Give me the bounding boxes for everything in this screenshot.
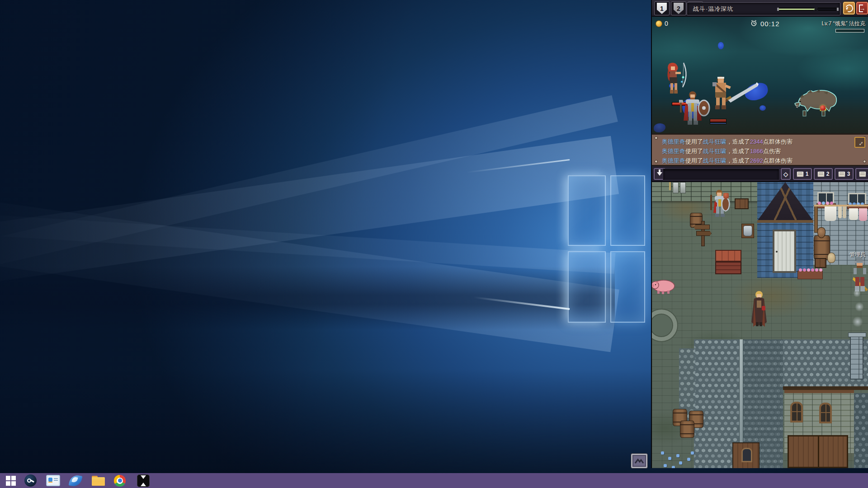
- house-beam: [784, 390, 854, 393]
- far-right-roof: [854, 393, 868, 468]
- sack: [827, 253, 835, 263]
- barbarian-hero-sprite[interactable]: [701, 75, 760, 120]
- taskbar-petal-app-icon[interactable]: [66, 474, 85, 487]
- enemy-name-label: Lv.7 “饿鬼” 法拉克: [822, 20, 865, 28]
- hanging-cloth: [859, 208, 867, 221]
- blue-flower: [687, 458, 690, 461]
- window-pane-bottom-left: [568, 251, 606, 323]
- taskbar-steam-icon[interactable]: [21, 474, 39, 487]
- chimney-cap: [848, 333, 866, 337]
- roof-ridge: [739, 339, 743, 448]
- zone-select[interactable]: 战斗·温冷深坑: [687, 2, 840, 15]
- shield-slot2-button[interactable]: 2: [671, 1, 686, 15]
- taskbar-hourglass-app-icon[interactable]: [134, 474, 152, 487]
- taskbar-chrome-icon[interactable]: [111, 474, 129, 487]
- bench: [735, 198, 749, 209]
- battle-scene[interactable]: 0 00:12 Lv.7 “饿鬼” 法拉克: [652, 17, 868, 133]
- window-pane-top-right: [610, 175, 645, 246]
- steam-icon: [24, 474, 37, 487]
- gold-coin-icon: [656, 20, 662, 27]
- paint-splatter: [718, 42, 724, 49]
- team-slot-4-button[interactable]: 4: [855, 168, 868, 180]
- chrome-icon: [114, 475, 126, 487]
- smoke-puff: [854, 289, 860, 298]
- windows-logo-icon: [6, 476, 16, 486]
- start-button[interactable]: [2, 474, 20, 487]
- down-arrow-icon: [657, 172, 662, 178]
- flower-planter: [797, 271, 823, 279]
- red-pot: [723, 193, 729, 199]
- gold-count: 0: [665, 20, 668, 27]
- enemy-health-bar: [835, 29, 864, 33]
- combat-log: ↔ 奥德里奇使用了战斗狂啸，造成了2344点群体伤害 奥德里奇使用了战斗狂啸，造…: [652, 133, 868, 166]
- speed-slider[interactable]: [778, 8, 838, 11]
- player-character-sprite[interactable]: [750, 291, 768, 327]
- taskbar-file-explorer-icon[interactable]: [89, 474, 107, 487]
- gable-beam: [757, 220, 813, 223]
- mountain-chevron-icon: [634, 458, 644, 464]
- hanging-sack: [838, 206, 842, 218]
- refresh-button[interactable]: [843, 2, 855, 14]
- paint-splatter: [760, 105, 766, 111]
- scroll-icon: [859, 171, 866, 177]
- arched-window: [790, 402, 803, 422]
- stone-circle: [652, 310, 677, 341]
- scroll-icon: [817, 171, 825, 177]
- loot-potion[interactable]: [820, 105, 826, 111]
- town-map[interactable]: 管理员: [652, 182, 868, 468]
- house-doors[interactable]: [788, 435, 848, 468]
- crate: [715, 250, 741, 274]
- blue-flower: [668, 457, 671, 460]
- game-window[interactable]: 1 2 战斗·温冷深坑: [651, 0, 868, 468]
- blue-flower: [679, 461, 682, 465]
- zone-label: 战斗·温冷深坑: [693, 5, 733, 13]
- overlay-toggle-button[interactable]: [631, 454, 647, 468]
- blue-flower: [661, 451, 664, 455]
- gem-button[interactable]: ◇: [781, 168, 791, 180]
- clothesline-pole: [814, 206, 818, 233]
- slot-1-label: 1: [806, 171, 809, 177]
- taskbar: 14:16:03 2025/7/28: [0, 473, 868, 488]
- log-line: 奥德里奇使用了战斗狂啸，造成了1866点伤害: [662, 147, 781, 155]
- refresh-icon: [844, 3, 854, 13]
- screw-icon: [655, 136, 658, 140]
- toolbar-tray: [663, 169, 779, 180]
- team-slot-1-button[interactable]: 1: [793, 168, 812, 180]
- statue: [680, 182, 686, 193]
- blue-flower: [672, 466, 675, 468]
- blue-flower: [691, 451, 694, 455]
- expand-log-button[interactable]: ↔: [854, 137, 865, 148]
- smoke-puff: [855, 301, 863, 312]
- barrel: [680, 421, 694, 438]
- screw-icon: [655, 160, 658, 163]
- alarm-clock-icon: [750, 20, 757, 27]
- shield-slot1-button[interactable]: 1: [654, 1, 670, 15]
- hanging-cloth: [849, 208, 858, 220]
- team-slot-2-button[interactable]: 2: [814, 168, 833, 180]
- shield-slot2-label: 2: [677, 5, 680, 12]
- taskbar-contacts-app-icon[interactable]: [44, 474, 62, 487]
- exit-button[interactable]: →: [856, 2, 868, 14]
- slot-2-label: 2: [826, 171, 830, 177]
- team-slot-3-button[interactable]: 3: [835, 168, 854, 180]
- barbarian-hp-bar: [710, 119, 726, 122]
- hanging-sack: [843, 206, 846, 218]
- game-titlebar: 1 2 战斗·温冷深坑: [652, 0, 868, 17]
- screw-icon: [863, 160, 866, 163]
- slider-thumb[interactable]: [812, 6, 819, 12]
- shield-2-icon: 2: [674, 3, 684, 14]
- scroll-icon: [797, 171, 804, 177]
- pig-sprite[interactable]: [652, 278, 675, 294]
- scroll-icon: [838, 171, 845, 177]
- log-line: 奥德里奇使用了战斗狂啸，造成了2344点群体伤害: [662, 138, 793, 146]
- window-pane-top-left: [568, 175, 606, 246]
- hanging-cloth: [825, 206, 836, 221]
- wolf-enemy-sprite[interactable]: [792, 87, 839, 119]
- log-line: 奥德里奇使用了战斗狂啸，造成了2692点群体伤害: [662, 157, 793, 165]
- knight-npc-sprite[interactable]: [709, 189, 733, 222]
- armor-stand: [741, 224, 754, 241]
- window-pane-bottom-right: [610, 251, 645, 323]
- desktop: 1 2 战斗·温冷深坑: [0, 0, 868, 488]
- barbarian-mp-bar: [710, 122, 726, 124]
- signpost[interactable]: [693, 221, 712, 245]
